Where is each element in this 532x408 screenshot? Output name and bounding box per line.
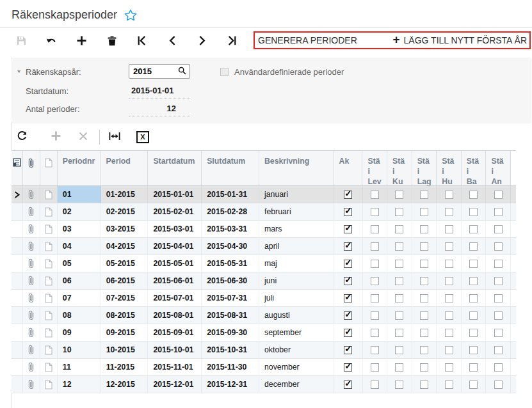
checkbox-unchecked[interactable] <box>469 381 478 389</box>
period-id-cell[interactable]: 02-2015 <box>101 203 149 221</box>
note-icon[interactable] <box>40 324 58 341</box>
attachment-icon[interactable] <box>23 359 40 376</box>
note-icon[interactable] <box>40 255 58 272</box>
go-prev-button[interactable] <box>157 31 187 52</box>
checkbox-checked[interactable]: ✓ <box>344 208 352 216</box>
attachment-icon[interactable] <box>23 376 40 393</box>
note-icon[interactable] <box>40 376 58 393</box>
notes-column-header[interactable] <box>40 151 58 185</box>
checkbox-unchecked[interactable] <box>420 208 428 216</box>
checkbox-unchecked[interactable] <box>469 191 478 199</box>
checkbox-unchecked[interactable] <box>469 277 478 285</box>
period-id-cell[interactable]: 11-2015 <box>101 359 149 376</box>
column-header-closed-in[interactable]: Stä i Lag <box>412 151 437 185</box>
checkbox-unchecked[interactable] <box>445 191 453 199</box>
checkbox-unchecked[interactable] <box>469 311 478 320</box>
go-next-button[interactable] <box>187 31 217 52</box>
period-id-cell[interactable]: 04-2015 <box>101 238 149 255</box>
checkbox-unchecked[interactable] <box>494 242 503 251</box>
checkbox-unchecked[interactable] <box>371 242 379 251</box>
period-number-cell[interactable]: 01 <box>58 186 101 203</box>
start-date-cell[interactable]: 2015-03-01 <box>148 221 202 238</box>
start-date-cell[interactable]: 2015-10-01 <box>148 341 202 359</box>
attachment-icon[interactable] <box>23 290 40 307</box>
period-id-cell[interactable]: 01-2015 <box>101 186 149 203</box>
end-date-cell[interactable]: 2015-03-31 <box>202 221 259 238</box>
attachment-icon[interactable] <box>23 307 40 324</box>
checkbox-checked[interactable]: ✓ <box>344 346 352 354</box>
start-date-cell[interactable]: 2015-07-01 <box>148 290 202 307</box>
period-number-cell[interactable]: 09 <box>58 324 101 341</box>
period-number-cell[interactable]: 06 <box>58 272 101 290</box>
checkbox-unchecked[interactable] <box>395 329 403 337</box>
description-cell[interactable]: oktober <box>259 341 334 359</box>
checkbox-unchecked[interactable] <box>395 381 403 389</box>
checkbox-unchecked[interactable] <box>494 208 503 216</box>
start-date-cell[interactable]: 2015-01-01 <box>148 186 202 203</box>
checkbox-unchecked[interactable] <box>395 311 403 320</box>
attachment-icon[interactable] <box>23 255 40 272</box>
end-date-cell[interactable]: 2015-04-30 <box>202 238 259 255</box>
end-date-cell[interactable]: 2015-01-31 <box>202 186 259 203</box>
end-date-cell[interactable]: 2015-12-31 <box>202 376 259 393</box>
checkbox-unchecked[interactable] <box>445 208 453 216</box>
checkbox-unchecked[interactable] <box>494 277 503 285</box>
checkbox-unchecked[interactable] <box>469 329 478 337</box>
description-cell[interactable]: maj <box>259 255 334 272</box>
checkbox-unchecked[interactable] <box>469 363 478 372</box>
checkbox-unchecked[interactable] <box>371 294 379 302</box>
checkbox-unchecked[interactable] <box>494 329 503 337</box>
checkbox-unchecked[interactable] <box>469 260 478 268</box>
grid-row[interactable]: 0606-20152015-06-012015-06-30juni✓ <box>12 272 516 290</box>
export-excel-button[interactable]: X <box>136 131 149 143</box>
checkbox-unchecked[interactable] <box>371 208 379 216</box>
go-first-button[interactable] <box>127 31 157 52</box>
checkbox-checked[interactable]: ✓ <box>344 329 352 337</box>
period-number-cell[interactable]: 07 <box>58 290 101 307</box>
end-date-cell[interactable]: 2015-07-31 <box>202 290 259 307</box>
add-button[interactable] <box>67 31 97 52</box>
checkbox-checked[interactable]: ✓ <box>344 191 352 199</box>
delete-button[interactable] <box>97 31 127 52</box>
checkbox-unchecked[interactable] <box>445 294 453 302</box>
checkbox-unchecked[interactable] <box>469 225 478 233</box>
checkbox-checked[interactable]: ✓ <box>344 363 352 372</box>
column-header-active[interactable]: Ak <box>334 151 363 185</box>
column-header-closed-ap[interactable]: Stä i Lev <box>362 151 387 185</box>
checkbox-unchecked[interactable] <box>445 329 453 337</box>
cancel-button[interactable] <box>78 132 88 143</box>
checkbox-unchecked[interactable] <box>420 294 428 302</box>
row-settings-header[interactable] <box>12 151 23 185</box>
note-icon[interactable] <box>40 272 58 290</box>
note-icon[interactable] <box>40 307 58 324</box>
checkbox-unchecked[interactable] <box>445 363 453 372</box>
checkbox-unchecked[interactable] <box>395 191 403 199</box>
fit-width-button[interactable] <box>108 132 120 143</box>
checkbox-unchecked[interactable] <box>445 311 453 320</box>
grid-row[interactable]: 0303-20152015-03-012015-03-31mars✓ <box>12 221 516 238</box>
checkbox-unchecked[interactable] <box>371 277 379 285</box>
period-number-cell[interactable]: 10 <box>58 341 101 359</box>
note-icon[interactable] <box>40 221 58 238</box>
checkbox-unchecked[interactable] <box>445 277 453 285</box>
checkbox-unchecked[interactable] <box>371 225 379 233</box>
description-cell[interactable]: augusti <box>259 307 334 324</box>
period-number-cell[interactable]: 05 <box>58 255 101 272</box>
start-date-cell[interactable]: 2015-11-01 <box>148 359 202 376</box>
checkbox-unchecked[interactable] <box>494 260 503 268</box>
add-first-year-button[interactable]: + LÄGG TILL NYTT FÖRSTA ÅR <box>392 35 527 45</box>
column-header-closed-ca[interactable]: Stä i Ba <box>462 151 487 185</box>
attachment-icon[interactable] <box>23 238 40 255</box>
checkbox-unchecked[interactable] <box>420 329 428 337</box>
checkbox-unchecked[interactable] <box>494 363 503 372</box>
checkbox-unchecked[interactable] <box>395 260 403 268</box>
undo-button[interactable] <box>36 31 67 52</box>
period-id-cell[interactable]: 08-2015 <box>101 307 149 324</box>
checkbox-unchecked[interactable] <box>420 346 428 354</box>
description-cell[interactable]: juli <box>259 290 334 307</box>
grid-row[interactable]: 0404-20152015-04-012015-04-30april✓ <box>12 238 516 255</box>
attachment-icon[interactable] <box>23 324 40 341</box>
end-date-cell[interactable]: 2015-09-30 <box>202 324 259 341</box>
checkbox-unchecked[interactable] <box>445 242 453 251</box>
checkbox-checked[interactable]: ✓ <box>344 381 352 389</box>
